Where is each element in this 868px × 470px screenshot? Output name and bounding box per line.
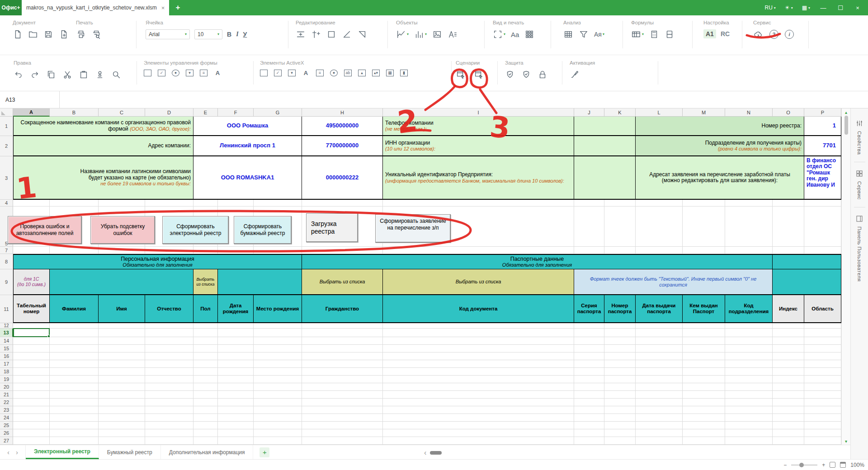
column-header[interactable]: G: [254, 108, 302, 117]
row-header[interactable]: 25: [0, 422, 13, 429]
insert-column-icon[interactable]: [311, 29, 321, 39]
add-sheet-button[interactable]: +: [259, 447, 269, 457]
text-object-icon[interactable]: [448, 29, 458, 39]
panel-item-properties[interactable]: Свойства: [855, 115, 863, 159]
column-header[interactable]: O: [773, 108, 804, 117]
column-header[interactable]: N: [725, 108, 773, 117]
form-combobox-icon[interactable]: ▾: [186, 70, 193, 76]
sparkline-icon[interactable]: ▾: [396, 29, 409, 39]
copy-icon[interactable]: [46, 70, 56, 80]
row-header[interactable]: 24: [0, 414, 13, 422]
layout-selector[interactable]: ▦▾: [798, 0, 814, 15]
create-salary-statement-button[interactable]: Сформировать заявление на перечисление з…: [375, 214, 451, 243]
row-header[interactable]: 3: [0, 156, 13, 200]
activex-textbox-icon[interactable]: ab: [344, 70, 352, 76]
table-column-header[interactable]: Дата выдачи паспорта: [636, 295, 683, 323]
cell-passport-data-header[interactable]: Паспортные данныеОбязательно для заполне…: [302, 254, 773, 269]
form-checkbox-icon[interactable]: ✓: [158, 70, 165, 76]
row-header[interactable]: 23: [0, 406, 13, 414]
cell-uid-value[interactable]: 0000000222: [302, 156, 383, 200]
activex-radio-icon[interactable]: ●: [330, 70, 338, 76]
row-header[interactable]: 2: [0, 136, 13, 156]
cell-latin-name-label[interactable]: Название компании латинскими символами б…: [13, 156, 193, 200]
cell-empty[interactable]: [773, 269, 841, 295]
cell-empty[interactable]: [574, 117, 636, 136]
font-size-select[interactable]: 10▾: [194, 29, 222, 39]
new-document-tab-button[interactable]: +: [169, 0, 186, 15]
protect-sheet-icon[interactable]: [505, 70, 515, 80]
activex-scrollbar-icon[interactable]: ▴▾: [372, 70, 380, 76]
font-name-select[interactable]: Arial▾: [146, 29, 190, 39]
fit-page-icon[interactable]: [830, 462, 835, 468]
cell-company-name-value[interactable]: ООО Ромашка: [193, 117, 302, 136]
cell-1c-hint[interactable]: для 1С (до 10 симв.): [13, 269, 50, 295]
row-header[interactable]: 9: [0, 269, 13, 295]
lock-icon[interactable]: [538, 70, 547, 80]
sheet-nav-right-icon[interactable]: ›: [16, 448, 18, 456]
cell-registry-number-label[interactable]: Номер реестра:: [636, 117, 804, 136]
open-file-icon[interactable]: [28, 29, 38, 39]
horizontal-scroll-thumb[interactable]: [430, 451, 442, 455]
column-header[interactable]: F: [218, 108, 254, 117]
fit-width-icon[interactable]: [840, 462, 846, 468]
named-ranges-icon[interactable]: [665, 29, 675, 39]
print-area-icon[interactable]: ▾: [493, 29, 505, 39]
cell-pick-list-hint-1[interactable]: Выбрать из списка: [302, 269, 383, 295]
about-icon[interactable]: i: [785, 30, 794, 39]
reference-style-a1-button[interactable]: A1: [703, 29, 716, 38]
cell-empty[interactable]: [50, 269, 193, 295]
redo-icon[interactable]: [30, 70, 40, 80]
diagonal-border-icon[interactable]: [342, 29, 352, 39]
form-label-icon[interactable]: A: [214, 70, 222, 76]
cell-reference-box[interactable]: A13: [0, 91, 60, 108]
row-header[interactable]: 16: [0, 352, 13, 360]
table-column-header[interactable]: Кем выдан Паспорт: [683, 295, 725, 323]
table-column-header[interactable]: Отчество: [145, 295, 193, 323]
active-cell-a13[interactable]: [13, 329, 50, 337]
cell-division-label[interactable]: Подразделение для получения карты)(ровно…: [636, 136, 804, 156]
zoom-slider[interactable]: [791, 465, 817, 465]
activex-button-icon[interactable]: [260, 70, 268, 76]
table-column-header[interactable]: Область: [804, 295, 841, 323]
undo-icon[interactable]: [14, 70, 24, 80]
sheet-tab-paper-registry[interactable]: Бумажный реестр: [99, 445, 161, 459]
zoom-level[interactable]: 100%: [850, 462, 864, 468]
row-header[interactable]: 17: [0, 360, 13, 368]
save-icon[interactable]: [43, 29, 53, 39]
pivot-table-icon[interactable]: [563, 29, 573, 39]
form-button-icon[interactable]: [144, 70, 151, 76]
select-all-corner[interactable]: [0, 108, 13, 117]
cut-icon[interactable]: [62, 70, 72, 80]
italic-button[interactable]: I: [236, 31, 238, 38]
cell-personal-info-header[interactable]: Персональная информацияОбязательно для з…: [13, 254, 302, 269]
activex-toggle-icon[interactable]: ▮: [400, 70, 408, 76]
cell-company-address-label[interactable]: Адрес компании:: [13, 136, 193, 156]
panel-item-user-panel[interactable]: Панель Пользователя: [855, 210, 863, 286]
table-column-header[interactable]: Место рождения: [254, 295, 302, 323]
activex-combobox-icon[interactable]: ▾: [288, 70, 296, 76]
row-header[interactable]: 13: [0, 329, 13, 337]
text-scale-icon[interactable]: Aa: [511, 31, 519, 38]
column-header[interactable]: J: [574, 108, 604, 117]
table-column-header[interactable]: Имя: [99, 295, 145, 323]
cell-pick-list-hint-small[interactable]: Выбрать из списка: [193, 269, 218, 295]
activex-spinner-icon[interactable]: ▴: [358, 70, 366, 76]
document-tab[interactable]: makros_na_vypusk_kart_i_otkrytie_schetov…: [22, 0, 169, 15]
table-column-header[interactable]: Табельный номер: [13, 295, 50, 323]
row-header[interactable]: 12: [0, 323, 13, 329]
cell-addressee-value[interactable]: В финансо отдел ОС "Ромашк ген. дир Иван…: [804, 156, 841, 200]
cell-uid-label[interactable]: Уникальный идентификатор Предприятия:(ин…: [383, 156, 574, 200]
row-header[interactable]: 21: [0, 391, 13, 399]
scroll-left-icon[interactable]: ‹: [424, 449, 426, 457]
sheet-nav-left-icon[interactable]: ‹: [7, 448, 9, 456]
sheet-tab-electronic-registry[interactable]: Электронный реестр: [26, 445, 99, 459]
row-header[interactable]: 18: [0, 368, 13, 376]
column-header[interactable]: D: [145, 108, 193, 117]
filter-icon[interactable]: [579, 29, 589, 39]
column-header[interactable]: A: [13, 108, 50, 117]
function-library-icon[interactable]: ▾: [631, 29, 644, 39]
cell-empty[interactable]: [574, 136, 636, 156]
panel-item-service[interactable]: Сервис: [855, 165, 863, 204]
print-preview-icon[interactable]: [91, 29, 101, 39]
chart-icon[interactable]: ▾: [414, 29, 427, 39]
